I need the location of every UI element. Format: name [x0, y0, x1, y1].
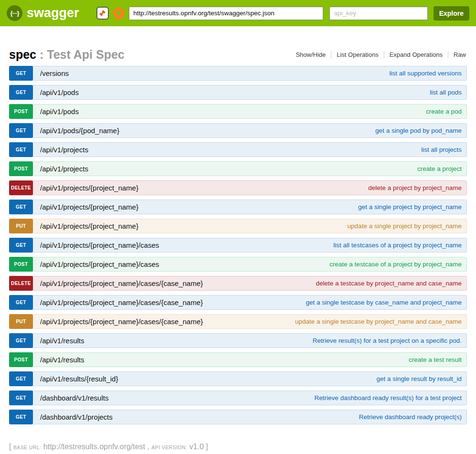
method-badge: POST — [9, 352, 33, 367]
gear-heart-icon — [112, 7, 126, 20]
endpoint-path[interactable]: /api/v1/results — [40, 356, 85, 364]
operations-list: GET /versions list all supported version… — [9, 66, 467, 424]
operation-row[interactable]: GET /api/v1/projects/{project_name}/case… — [9, 238, 467, 253]
method-badge: GET — [9, 123, 33, 138]
operation-summary[interactable]: create a project — [417, 165, 462, 172]
api-content: spec : Test Api Spec Show/HideList Opera… — [0, 47, 476, 451]
operation-row[interactable]: POST /api/v1/results create a test resul… — [9, 352, 467, 367]
options-nav: Show/HideList OperationsExpand Operation… — [290, 51, 467, 58]
method-badge: PUT — [9, 314, 33, 329]
operation-row[interactable]: DELETE /api/v1/projects/{project_name}/c… — [9, 276, 467, 291]
operation-row[interactable]: GET /api/v1/results/{result_id} get a si… — [9, 371, 467, 386]
operation-row[interactable]: GET /api/v1/pods list all pods — [9, 85, 467, 100]
endpoint-path[interactable]: /api/v1/pods — [40, 88, 79, 96]
endpoint-path[interactable]: /api/v1/projects/{project_name}/cases — [40, 241, 159, 249]
operation-summary[interactable]: list all pods — [430, 89, 462, 96]
nav-link-show-hide[interactable]: Show/Hide — [290, 51, 331, 58]
spec-url-input[interactable] — [129, 7, 323, 20]
endpoint-path[interactable]: /api/v1/projects/{project_name} — [40, 222, 138, 230]
operation-row[interactable]: PUT /api/v1/projects/{project_name}/case… — [9, 314, 467, 329]
endpoint-path[interactable]: /api/v1/projects — [40, 165, 88, 173]
operation-row[interactable]: POST /api/v1/projects/{project_name}/cas… — [9, 257, 467, 272]
operation-summary[interactable]: get a single project by project_name — [358, 203, 462, 211]
bone-icon — [98, 9, 107, 18]
endpoint-path[interactable]: /dashboard/v1/results — [40, 394, 108, 402]
api-version-label: api version: — [151, 444, 187, 450]
swagger-brace-icon: {···} — [7, 5, 22, 21]
operation-row[interactable]: GET /api/v1/projects list all projects — [9, 142, 467, 157]
operation-row[interactable]: GET /api/v1/projects/{project_name} get … — [9, 200, 467, 214]
method-badge: GET — [9, 391, 33, 405]
method-badge: GET — [9, 238, 33, 253]
api-description: Test Api Spec — [47, 48, 125, 61]
brand-title: swagger — [27, 6, 79, 21]
footer-bracket-close: ] — [206, 443, 208, 451]
operation-summary[interactable]: create a testcase of a project by projec… — [329, 261, 462, 268]
operation-summary[interactable]: delete a testcase by project_name and ca… — [316, 280, 462, 287]
bone-extension-button[interactable] — [96, 7, 109, 20]
endpoint-path[interactable]: /api/v1/projects/{project_name}/cases — [40, 260, 159, 268]
endpoint-path[interactable]: /api/v1/results/{result_id} — [40, 375, 118, 383]
method-badge: GET — [9, 66, 33, 81]
operation-summary[interactable]: Retrieve dashboard ready result(s) for a… — [315, 394, 462, 401]
endpoint-path[interactable]: /api/v1/projects/{project_name}/cases/{c… — [40, 279, 203, 287]
method-badge: GET — [9, 142, 33, 157]
gear-extension-button[interactable] — [112, 7, 126, 20]
operation-row[interactable]: GET /dashboard/v1/results Retrieve dashb… — [9, 391, 467, 405]
operation-summary[interactable]: update a single testcase by project_name… — [295, 318, 462, 325]
endpoint-path[interactable]: /api/v1/results — [40, 337, 85, 345]
operation-row[interactable]: PUT /api/v1/projects/{project_name} upda… — [9, 219, 467, 233]
nav-link-raw[interactable]: Raw — [448, 51, 467, 58]
operation-summary[interactable]: list all supported versions — [389, 70, 462, 77]
operation-row[interactable]: GET /api/v1/pods/{pod_name} get a single… — [9, 123, 467, 138]
method-badge: POST — [9, 257, 33, 272]
endpoint-path[interactable]: /api/v1/projects/{project_name}/cases/{c… — [40, 317, 203, 326]
title-separator: : — [40, 48, 43, 61]
endpoint-path[interactable]: /dashboard/v1/projects — [40, 413, 113, 421]
operation-summary[interactable]: list all projects — [421, 146, 462, 153]
endpoint-path[interactable]: /versions — [40, 69, 69, 77]
operation-summary[interactable]: create a pod — [426, 108, 462, 115]
endpoint-path[interactable]: /api/v1/projects — [40, 146, 88, 154]
operation-summary[interactable]: get a single pod by pod_name — [375, 127, 462, 134]
endpoint-path[interactable]: /api/v1/pods/{pod_name} — [40, 127, 119, 135]
operation-row[interactable]: DELETE /api/v1/projects/{project_name} d… — [9, 180, 467, 195]
explore-button[interactable]: Explore — [434, 6, 469, 21]
method-badge: POST — [9, 161, 33, 176]
operation-summary[interactable]: create a test result — [409, 356, 462, 363]
footer-comma: , — [147, 443, 149, 451]
method-badge: GET — [9, 333, 33, 348]
endpoint-path[interactable]: /api/v1/projects/{project_name} — [40, 184, 138, 192]
page-title: spec : Test Api Spec — [9, 48, 125, 62]
base-url-footer: [ base url: http://testresults.opnfv.org… — [9, 443, 467, 451]
api-key-input[interactable] — [329, 7, 427, 20]
nav-link-list-operations[interactable]: List Operations — [331, 51, 383, 58]
operation-row[interactable]: GET /dashboard/v1/projects Retrieve dash… — [9, 410, 467, 424]
method-badge: DELETE — [9, 276, 33, 291]
footer-bracket-open: [ — [9, 443, 11, 451]
operation-summary[interactable]: Retrieve result(s) for a test project on… — [313, 337, 462, 344]
operation-row[interactable]: POST /api/v1/pods create a pod — [9, 104, 467, 119]
operation-summary[interactable]: get a single result by result_id — [376, 375, 462, 382]
operation-summary[interactable]: update a single project by project_name — [348, 222, 462, 230]
method-badge: GET — [9, 85, 33, 100]
swagger-logo[interactable]: {···} swagger — [7, 5, 79, 21]
base-url-value: http://testresults.opnfv.org/test — [43, 443, 145, 451]
operation-summary[interactable]: delete a project by project_name — [368, 184, 462, 191]
endpoint-path[interactable]: /api/v1/projects/{project_name}/cases/{c… — [40, 298, 203, 306]
operation-summary[interactable]: list all testcases of a project by proje… — [333, 242, 462, 249]
method-badge: GET — [9, 295, 33, 310]
operation-row[interactable]: GET /api/v1/projects/{project_name}/case… — [9, 295, 467, 310]
endpoint-path[interactable]: /api/v1/pods — [40, 107, 79, 116]
operation-summary[interactable]: get a single testcase by case_name and p… — [306, 299, 462, 306]
nav-link-expand-operations[interactable]: Expand Operations — [384, 51, 448, 58]
operation-row[interactable]: GET /api/v1/results Retrieve result(s) f… — [9, 333, 467, 348]
base-url-label: base url: — [13, 444, 41, 450]
api-version-value: v1.0 — [190, 443, 204, 451]
header-bar: {···} swagger Explore — [0, 0, 476, 26]
operation-row[interactable]: GET /versions list all supported version… — [9, 66, 467, 81]
endpoint-path[interactable]: /api/v1/projects/{project_name} — [40, 203, 138, 211]
method-badge: POST — [9, 104, 33, 119]
operation-row[interactable]: POST /api/v1/projects create a project — [9, 161, 467, 176]
operation-summary[interactable]: Retrieve dashboard ready project(s) — [359, 413, 462, 421]
